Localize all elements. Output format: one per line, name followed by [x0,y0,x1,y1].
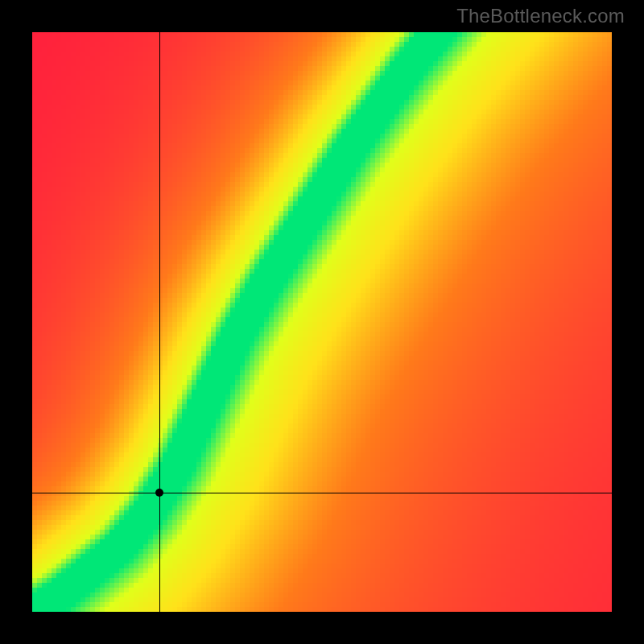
chart-stage: TheBottleneck.com [0,0,644,644]
watermark-text: TheBottleneck.com [456,5,625,27]
heatmap-canvas [32,32,612,612]
